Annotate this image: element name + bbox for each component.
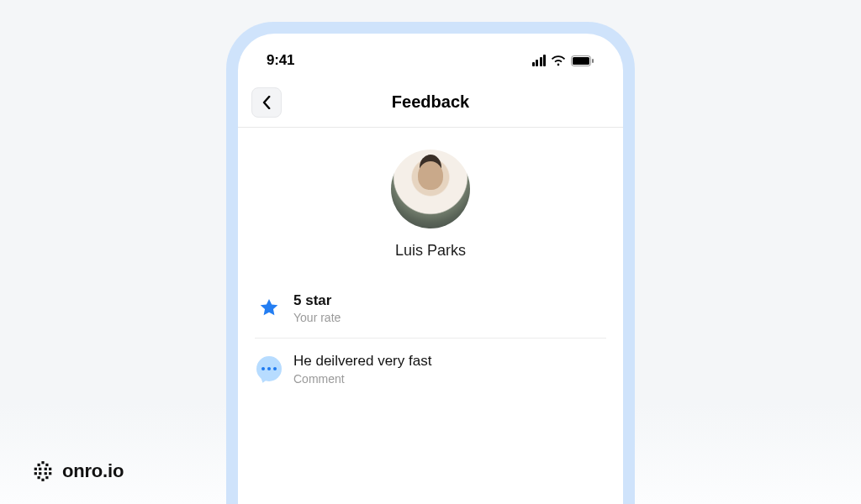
svg-rect-6 (34, 468, 37, 470)
svg-rect-5 (45, 464, 48, 466)
watermark-text: onro.io (62, 460, 124, 482)
svg-rect-13 (49, 472, 51, 475)
phone-frame: 9:41 Feedback (226, 22, 635, 504)
rating-value: 5 star (293, 291, 341, 309)
svg-rect-12 (45, 472, 47, 475)
svg-rect-15 (45, 476, 48, 479)
star-icon (258, 297, 280, 319)
chevron-left-icon (262, 96, 271, 109)
svg-rect-2 (592, 59, 594, 63)
wifi-icon (551, 55, 566, 66)
avatar (391, 150, 470, 228)
svg-rect-10 (34, 472, 37, 475)
rating-label: Your rate (293, 311, 341, 324)
header: Feedback (238, 77, 623, 128)
globe-icon (32, 460, 54, 482)
svg-rect-11 (39, 472, 41, 475)
comment-label: Comment (293, 372, 431, 386)
comment-text: He deilvered very fast (293, 352, 431, 370)
svg-rect-14 (38, 476, 40, 479)
status-time: 9:41 (267, 52, 294, 69)
page-title: Feedback (238, 92, 623, 112)
watermark: onro.io (32, 460, 124, 482)
svg-rect-4 (38, 464, 40, 466)
status-indicators (532, 55, 595, 66)
feedback-list: 5 star Your rate He deilvered very fast … (238, 278, 623, 399)
rating-row[interactable]: 5 star Your rate (255, 278, 606, 338)
svg-rect-16 (41, 479, 44, 481)
svg-rect-9 (49, 468, 51, 470)
comment-icon (256, 356, 282, 381)
svg-rect-7 (39, 468, 41, 470)
svg-rect-8 (45, 468, 47, 470)
profile-name: Luis Parks (395, 242, 466, 260)
back-button[interactable] (251, 87, 282, 118)
battery-icon (571, 55, 594, 66)
status-bar: 9:41 (238, 34, 623, 77)
svg-rect-1 (573, 57, 589, 65)
profile-section: Luis Parks (238, 128, 623, 278)
comment-row[interactable]: He deilvered very fast Comment (255, 338, 606, 398)
phone-screen: 9:41 Feedback (238, 34, 623, 504)
cellular-icon (532, 55, 547, 66)
svg-rect-3 (41, 461, 44, 464)
